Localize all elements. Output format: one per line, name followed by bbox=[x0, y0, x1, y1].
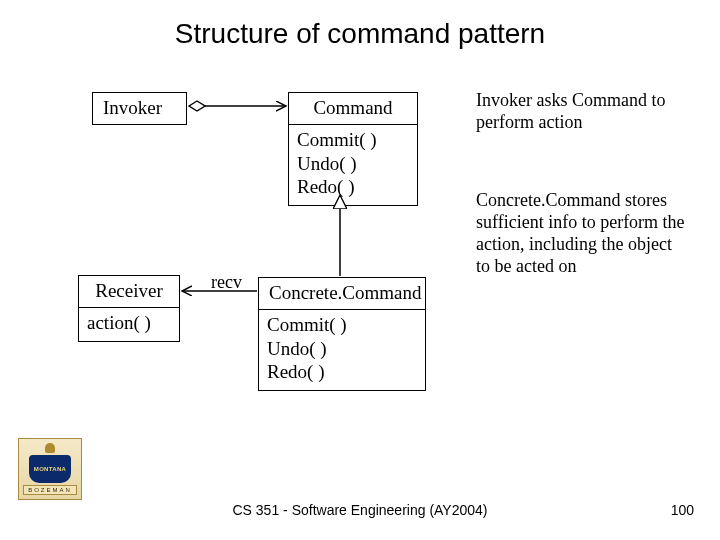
class-op: Undo( ) bbox=[297, 152, 409, 176]
class-ops: action( ) bbox=[79, 308, 179, 341]
uml-class-concrete-command: Concrete.Command Commit( ) Undo( ) Redo(… bbox=[258, 277, 426, 391]
logo-band: BOZEMAN bbox=[23, 485, 77, 495]
uml-class-invoker: Invoker bbox=[92, 92, 187, 125]
slide-title: Structure of command pattern bbox=[0, 18, 720, 50]
annotation-invoker-asks: Invoker asks Command to perform action bbox=[476, 90, 676, 134]
class-op: Commit( ) bbox=[297, 128, 409, 152]
class-op: Commit( ) bbox=[267, 313, 417, 337]
uml-class-receiver: Receiver action( ) bbox=[78, 275, 180, 342]
class-name: Invoker bbox=[93, 93, 186, 124]
class-op: Undo( ) bbox=[267, 337, 417, 361]
uml-class-command: Command Commit( ) Undo( ) Redo( ) bbox=[288, 92, 418, 206]
class-op: action( ) bbox=[87, 311, 171, 335]
slide-footer: CS 351 - Software Engineering (AY2004) bbox=[0, 502, 720, 518]
class-ops: Commit( ) Undo( ) Redo( ) bbox=[259, 310, 425, 390]
page-number: 100 bbox=[671, 502, 694, 518]
association-label-recv: recv bbox=[211, 272, 242, 293]
logo-bell-icon bbox=[45, 443, 55, 453]
logo-shield: MONTANA bbox=[29, 455, 71, 483]
class-ops: Commit( ) Undo( ) Redo( ) bbox=[289, 125, 417, 205]
annotation-concrete-command: Concrete.Command stores sufficient info … bbox=[476, 190, 686, 278]
class-name: Receiver bbox=[79, 276, 179, 308]
montana-state-logo: MONTANA BOZEMAN bbox=[18, 438, 82, 500]
class-op: Redo( ) bbox=[297, 175, 409, 199]
class-name: Concrete.Command bbox=[259, 278, 425, 310]
class-op: Redo( ) bbox=[267, 360, 417, 384]
class-name: Command bbox=[289, 93, 417, 125]
